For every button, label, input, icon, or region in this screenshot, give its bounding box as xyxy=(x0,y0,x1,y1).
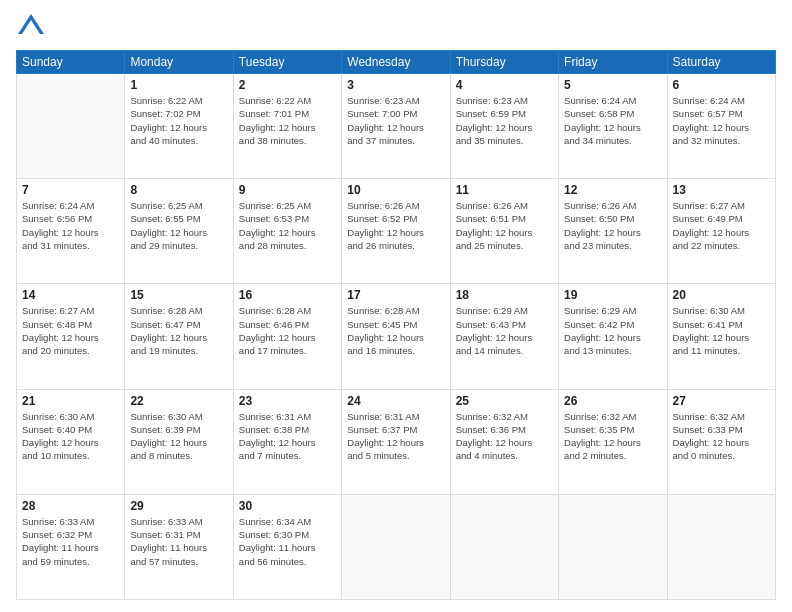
day-info: Sunrise: 6:32 AMSunset: 6:35 PMDaylight:… xyxy=(564,410,661,463)
weekday-sunday: Sunday xyxy=(17,51,125,74)
calendar-cell xyxy=(667,494,775,599)
day-number: 16 xyxy=(239,288,336,302)
weekday-thursday: Thursday xyxy=(450,51,558,74)
day-info: Sunrise: 6:25 AMSunset: 6:55 PMDaylight:… xyxy=(130,199,227,252)
day-number: 6 xyxy=(673,78,770,92)
calendar-cell: 12Sunrise: 6:26 AMSunset: 6:50 PMDayligh… xyxy=(559,179,667,284)
day-info: Sunrise: 6:26 AMSunset: 6:51 PMDaylight:… xyxy=(456,199,553,252)
day-info: Sunrise: 6:28 AMSunset: 6:46 PMDaylight:… xyxy=(239,304,336,357)
calendar-cell: 24Sunrise: 6:31 AMSunset: 6:37 PMDayligh… xyxy=(342,389,450,494)
calendar-cell: 10Sunrise: 6:26 AMSunset: 6:52 PMDayligh… xyxy=(342,179,450,284)
day-number: 11 xyxy=(456,183,553,197)
day-info: Sunrise: 6:33 AMSunset: 6:32 PMDaylight:… xyxy=(22,515,119,568)
calendar-cell: 30Sunrise: 6:34 AMSunset: 6:30 PMDayligh… xyxy=(233,494,341,599)
calendar-cell xyxy=(559,494,667,599)
calendar-cell: 6Sunrise: 6:24 AMSunset: 6:57 PMDaylight… xyxy=(667,74,775,179)
day-number: 20 xyxy=(673,288,770,302)
day-number: 1 xyxy=(130,78,227,92)
day-number: 17 xyxy=(347,288,444,302)
weekday-monday: Monday xyxy=(125,51,233,74)
weekday-friday: Friday xyxy=(559,51,667,74)
weekday-wednesday: Wednesday xyxy=(342,51,450,74)
page: SundayMondayTuesdayWednesdayThursdayFrid… xyxy=(0,0,792,612)
day-number: 27 xyxy=(673,394,770,408)
weekday-tuesday: Tuesday xyxy=(233,51,341,74)
day-info: Sunrise: 6:23 AMSunset: 6:59 PMDaylight:… xyxy=(456,94,553,147)
day-number: 5 xyxy=(564,78,661,92)
calendar-cell: 13Sunrise: 6:27 AMSunset: 6:49 PMDayligh… xyxy=(667,179,775,284)
day-number: 29 xyxy=(130,499,227,513)
day-number: 28 xyxy=(22,499,119,513)
calendar-cell: 28Sunrise: 6:33 AMSunset: 6:32 PMDayligh… xyxy=(17,494,125,599)
day-number: 12 xyxy=(564,183,661,197)
day-info: Sunrise: 6:33 AMSunset: 6:31 PMDaylight:… xyxy=(130,515,227,568)
day-info: Sunrise: 6:23 AMSunset: 7:00 PMDaylight:… xyxy=(347,94,444,147)
day-info: Sunrise: 6:24 AMSunset: 6:56 PMDaylight:… xyxy=(22,199,119,252)
day-number: 21 xyxy=(22,394,119,408)
calendar-cell xyxy=(17,74,125,179)
day-number: 7 xyxy=(22,183,119,197)
calendar-cell: 5Sunrise: 6:24 AMSunset: 6:58 PMDaylight… xyxy=(559,74,667,179)
weekday-saturday: Saturday xyxy=(667,51,775,74)
day-number: 13 xyxy=(673,183,770,197)
day-number: 8 xyxy=(130,183,227,197)
calendar-cell xyxy=(342,494,450,599)
calendar-cell: 16Sunrise: 6:28 AMSunset: 6:46 PMDayligh… xyxy=(233,284,341,389)
calendar-week-4: 21Sunrise: 6:30 AMSunset: 6:40 PMDayligh… xyxy=(17,389,776,494)
day-info: Sunrise: 6:27 AMSunset: 6:49 PMDaylight:… xyxy=(673,199,770,252)
logo-icon xyxy=(16,12,46,42)
day-info: Sunrise: 6:22 AMSunset: 7:01 PMDaylight:… xyxy=(239,94,336,147)
calendar-cell: 1Sunrise: 6:22 AMSunset: 7:02 PMDaylight… xyxy=(125,74,233,179)
day-number: 15 xyxy=(130,288,227,302)
calendar-cell: 4Sunrise: 6:23 AMSunset: 6:59 PMDaylight… xyxy=(450,74,558,179)
day-number: 30 xyxy=(239,499,336,513)
day-number: 24 xyxy=(347,394,444,408)
calendar-cell: 19Sunrise: 6:29 AMSunset: 6:42 PMDayligh… xyxy=(559,284,667,389)
day-info: Sunrise: 6:31 AMSunset: 6:38 PMDaylight:… xyxy=(239,410,336,463)
day-number: 18 xyxy=(456,288,553,302)
day-info: Sunrise: 6:32 AMSunset: 6:36 PMDaylight:… xyxy=(456,410,553,463)
day-info: Sunrise: 6:30 AMSunset: 6:40 PMDaylight:… xyxy=(22,410,119,463)
day-number: 9 xyxy=(239,183,336,197)
weekday-header-row: SundayMondayTuesdayWednesdayThursdayFrid… xyxy=(17,51,776,74)
calendar-cell: 20Sunrise: 6:30 AMSunset: 6:41 PMDayligh… xyxy=(667,284,775,389)
calendar-cell: 7Sunrise: 6:24 AMSunset: 6:56 PMDaylight… xyxy=(17,179,125,284)
calendar-cell: 23Sunrise: 6:31 AMSunset: 6:38 PMDayligh… xyxy=(233,389,341,494)
day-number: 23 xyxy=(239,394,336,408)
day-info: Sunrise: 6:26 AMSunset: 6:50 PMDaylight:… xyxy=(564,199,661,252)
day-number: 19 xyxy=(564,288,661,302)
day-info: Sunrise: 6:30 AMSunset: 6:39 PMDaylight:… xyxy=(130,410,227,463)
day-info: Sunrise: 6:31 AMSunset: 6:37 PMDaylight:… xyxy=(347,410,444,463)
day-info: Sunrise: 6:25 AMSunset: 6:53 PMDaylight:… xyxy=(239,199,336,252)
calendar-week-2: 7Sunrise: 6:24 AMSunset: 6:56 PMDaylight… xyxy=(17,179,776,284)
calendar-cell: 26Sunrise: 6:32 AMSunset: 6:35 PMDayligh… xyxy=(559,389,667,494)
calendar-week-5: 28Sunrise: 6:33 AMSunset: 6:32 PMDayligh… xyxy=(17,494,776,599)
day-number: 26 xyxy=(564,394,661,408)
calendar-cell: 22Sunrise: 6:30 AMSunset: 6:39 PMDayligh… xyxy=(125,389,233,494)
calendar-cell xyxy=(450,494,558,599)
calendar-cell: 11Sunrise: 6:26 AMSunset: 6:51 PMDayligh… xyxy=(450,179,558,284)
calendar-week-1: 1Sunrise: 6:22 AMSunset: 7:02 PMDaylight… xyxy=(17,74,776,179)
calendar-cell: 3Sunrise: 6:23 AMSunset: 7:00 PMDaylight… xyxy=(342,74,450,179)
calendar-cell: 15Sunrise: 6:28 AMSunset: 6:47 PMDayligh… xyxy=(125,284,233,389)
day-number: 10 xyxy=(347,183,444,197)
header xyxy=(16,12,776,42)
day-info: Sunrise: 6:29 AMSunset: 6:42 PMDaylight:… xyxy=(564,304,661,357)
calendar-cell: 9Sunrise: 6:25 AMSunset: 6:53 PMDaylight… xyxy=(233,179,341,284)
day-number: 22 xyxy=(130,394,227,408)
calendar-cell: 14Sunrise: 6:27 AMSunset: 6:48 PMDayligh… xyxy=(17,284,125,389)
calendar-cell: 18Sunrise: 6:29 AMSunset: 6:43 PMDayligh… xyxy=(450,284,558,389)
calendar-cell: 21Sunrise: 6:30 AMSunset: 6:40 PMDayligh… xyxy=(17,389,125,494)
calendar-table: SundayMondayTuesdayWednesdayThursdayFrid… xyxy=(16,50,776,600)
day-number: 25 xyxy=(456,394,553,408)
day-info: Sunrise: 6:32 AMSunset: 6:33 PMDaylight:… xyxy=(673,410,770,463)
day-number: 4 xyxy=(456,78,553,92)
day-info: Sunrise: 6:26 AMSunset: 6:52 PMDaylight:… xyxy=(347,199,444,252)
day-info: Sunrise: 6:24 AMSunset: 6:57 PMDaylight:… xyxy=(673,94,770,147)
day-info: Sunrise: 6:34 AMSunset: 6:30 PMDaylight:… xyxy=(239,515,336,568)
day-info: Sunrise: 6:24 AMSunset: 6:58 PMDaylight:… xyxy=(564,94,661,147)
calendar-week-3: 14Sunrise: 6:27 AMSunset: 6:48 PMDayligh… xyxy=(17,284,776,389)
day-info: Sunrise: 6:28 AMSunset: 6:45 PMDaylight:… xyxy=(347,304,444,357)
day-number: 14 xyxy=(22,288,119,302)
calendar-cell: 29Sunrise: 6:33 AMSunset: 6:31 PMDayligh… xyxy=(125,494,233,599)
